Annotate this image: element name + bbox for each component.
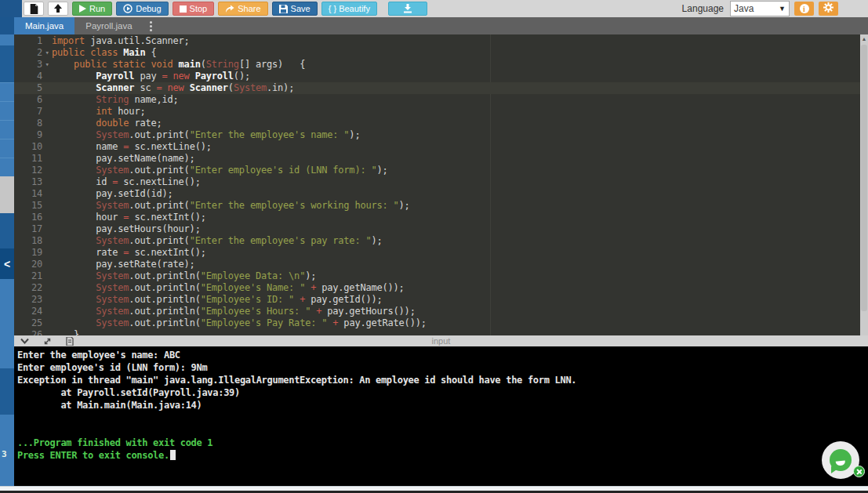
sidebar-segment [0, 82, 14, 176]
code-line: 14 pay.setId(id); [14, 188, 868, 200]
console-output: Enter the employee's name: ABCEnter empl… [17, 349, 868, 462]
code-lines: 1import java.util.Scanner;2▾public class… [14, 34, 868, 335]
language-value: Java [734, 3, 754, 14]
code-line: 6 String name,id; [14, 94, 868, 106]
code-line: 12 System.out.print("Enter employee's id… [14, 165, 868, 176]
sidebar-segment: 3 [0, 415, 14, 486]
save-icon [279, 5, 288, 13]
collapse-chevron-icon: < [4, 258, 10, 270]
editor-scrollbar[interactable]: ▲ [860, 34, 868, 335]
share-label: Share [238, 4, 260, 13]
console-terminal[interactable]: Enter the employee's name: ABCEnter empl… [14, 346, 868, 486]
ide-app: Run Debug Stop Share Save [0, 0, 868, 493]
code-line: 17 pay.setHours(hour); [14, 223, 868, 235]
console-caret [170, 450, 176, 460]
code-line: 3▾ public static void main(String[] args… [14, 59, 868, 71]
console-collapse-button[interactable] [20, 338, 29, 344]
run-label: Run [89, 4, 105, 13]
tab-bar: Main.java Payroll.java [0, 17, 868, 34]
console-line [17, 424, 868, 437]
stop-button[interactable]: Stop [173, 2, 215, 16]
info-icon: i [800, 4, 809, 13]
download-button[interactable] [388, 2, 427, 16]
console-line [17, 411, 868, 424]
sidebar-collapse-button[interactable]: < [0, 248, 14, 279]
sidebar-segment [0, 368, 14, 415]
debug-label: Debug [136, 4, 161, 13]
new-file-button[interactable] [24, 2, 44, 16]
run-button[interactable]: Run [72, 2, 112, 16]
code-line: 1import java.util.Scanner; [14, 35, 868, 47]
upload-project-button[interactable] [48, 2, 68, 16]
console-line: Press ENTER to exit console. [17, 449, 868, 462]
code-line: 9 System.out.print("Enter the employee's… [14, 129, 868, 141]
console-line: at Payroll.setId(Payroll.java:39) [17, 386, 868, 399]
debug-button[interactable]: Debug [116, 2, 168, 16]
toolbar-right: Language Java ▼ i [682, 1, 868, 16]
code-line: 5 Scanner sc = new Scanner(System.in); [14, 82, 868, 94]
code-line: 15 System.out.print("Enter the employee'… [14, 200, 868, 212]
chat-bubble-icon [830, 449, 852, 471]
stop-label: Stop [190, 4, 208, 13]
code-line: 19 rate = sc.nextInt(); [14, 247, 868, 259]
code-line: 21 System.out.println("Employee Data: \n… [14, 270, 868, 282]
sidebar-segment [0, 279, 14, 368]
save-button[interactable]: Save [272, 2, 318, 16]
sidebar-segment [0, 213, 14, 248]
language-select[interactable]: Java ▼ [730, 1, 790, 16]
sidebar-segment [0, 176, 14, 213]
info-button[interactable]: i [794, 2, 814, 16]
corner-block [0, 0, 22, 17]
tab-payroll-java[interactable]: Payroll.java [74, 17, 143, 34]
scrollbar-thumb[interactable] [861, 45, 867, 311]
console-line: ...Program finished with exit code 1 [17, 437, 868, 449]
code-line: 26 } [14, 329, 868, 335]
beautify-label: { } Beautify [329, 4, 370, 13]
sidebar-segment [0, 17, 14, 34]
code-line: 25 System.out.println("Employee's Pay Ra… [14, 317, 868, 329]
code-line: 16 hour = sc.nextInt(); [14, 212, 868, 223]
stop-icon [180, 5, 187, 13]
share-button[interactable]: Share [218, 2, 267, 16]
code-line: 18 System.out.print("Enter the employee'… [14, 235, 868, 247]
console-input-label: input [14, 336, 868, 346]
tab-label: Payroll.java [85, 21, 132, 31]
gear-icon [823, 2, 833, 16]
save-label: Save [291, 4, 311, 13]
scroll-up-icon[interactable]: ▲ [860, 34, 868, 44]
console-line: Enter the employee's name: ABC [17, 349, 868, 361]
new-file-icon [30, 4, 38, 14]
code-line: 8 double rate; [14, 118, 868, 129]
settings-button[interactable] [819, 2, 838, 16]
console-header: input [14, 335, 868, 346]
console-expand-button[interactable] [43, 337, 52, 346]
beautify-button[interactable]: { } Beautify [321, 2, 377, 16]
console-save-button[interactable] [66, 337, 74, 346]
tab-main-java[interactable]: Main.java [14, 17, 74, 34]
code-line: 13 id = sc.nextLine(); [14, 176, 868, 188]
tab-options-icon[interactable] [143, 17, 158, 34]
code-line: 20 pay.setRate(rate); [14, 259, 868, 270]
top-toolbar: Run Debug Stop Share Save [0, 0, 868, 17]
code-line: 24 System.out.println("Employee's Hours:… [14, 306, 868, 317]
share-icon [225, 5, 234, 13]
code-line: 22 System.out.println("Employee's Name: … [14, 282, 868, 294]
console-line: at Main.main(Main.java:14) [17, 399, 868, 411]
upload-icon [53, 4, 63, 13]
code-line: 2▾public class Main { [14, 47, 868, 59]
left-sidebar-strip: < 3 [0, 17, 14, 486]
sidebar-segment [0, 34, 14, 45]
tab-label: Main.java [25, 21, 64, 31]
debug-icon [123, 4, 133, 13]
console-line: Exception in thread "main" java.lang.Ill… [17, 374, 868, 386]
console-line: Enter employee's id (LNN form): 9Nm [17, 361, 868, 374]
corner-badge[interactable] [853, 466, 865, 477]
code-line: 23 System.out.println("Employee's ID: " … [14, 294, 868, 306]
download-icon [403, 4, 412, 13]
code-line: 7 int hour; [14, 106, 868, 118]
code-line: 10 name = sc.nextLine(); [14, 141, 868, 153]
sidebar-badge: 3 [2, 449, 7, 459]
sidebar-segment [0, 45, 14, 82]
language-label: Language [682, 3, 724, 14]
code-editor[interactable]: 1import java.util.Scanner;2▾public class… [14, 34, 868, 335]
